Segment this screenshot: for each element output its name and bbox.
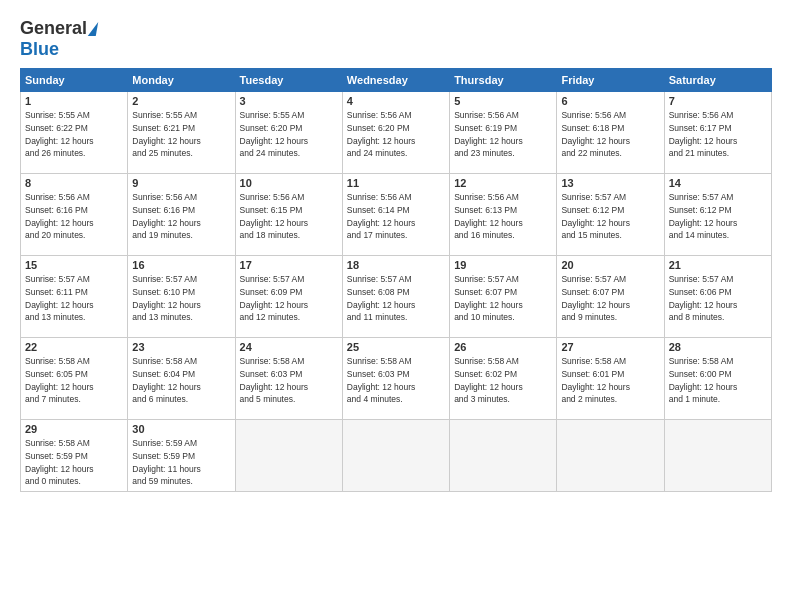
day-info: Sunrise: 5:57 AM Sunset: 6:10 PM Dayligh… [132,273,230,324]
day-number: 16 [132,259,230,271]
day-number: 3 [240,95,338,107]
week-row-2: 8Sunrise: 5:56 AM Sunset: 6:16 PM Daylig… [21,174,772,256]
weekday-header-row: SundayMondayTuesdayWednesdayThursdayFrid… [21,69,772,92]
calendar-cell: 21Sunrise: 5:57 AM Sunset: 6:06 PM Dayli… [664,256,771,338]
logo: General Blue [20,18,97,60]
calendar-cell: 28Sunrise: 5:58 AM Sunset: 6:00 PM Dayli… [664,338,771,420]
day-number: 8 [25,177,123,189]
day-number: 17 [240,259,338,271]
calendar-cell: 18Sunrise: 5:57 AM Sunset: 6:08 PM Dayli… [342,256,449,338]
day-number: 11 [347,177,445,189]
day-number: 12 [454,177,552,189]
day-info: Sunrise: 5:56 AM Sunset: 6:13 PM Dayligh… [454,191,552,242]
calendar-cell: 22Sunrise: 5:58 AM Sunset: 6:05 PM Dayli… [21,338,128,420]
day-info: Sunrise: 5:55 AM Sunset: 6:21 PM Dayligh… [132,109,230,160]
calendar-cell: 29Sunrise: 5:58 AM Sunset: 5:59 PM Dayli… [21,420,128,492]
calendar-cell: 23Sunrise: 5:58 AM Sunset: 6:04 PM Dayli… [128,338,235,420]
day-info: Sunrise: 5:57 AM Sunset: 6:07 PM Dayligh… [454,273,552,324]
calendar-cell: 5Sunrise: 5:56 AM Sunset: 6:19 PM Daylig… [450,92,557,174]
calendar-cell: 10Sunrise: 5:56 AM Sunset: 6:15 PM Dayli… [235,174,342,256]
day-info: Sunrise: 5:56 AM Sunset: 6:16 PM Dayligh… [25,191,123,242]
logo-blue-text: Blue [20,39,59,60]
calendar-cell: 6Sunrise: 5:56 AM Sunset: 6:18 PM Daylig… [557,92,664,174]
week-row-3: 15Sunrise: 5:57 AM Sunset: 6:11 PM Dayli… [21,256,772,338]
day-info: Sunrise: 5:57 AM Sunset: 6:09 PM Dayligh… [240,273,338,324]
week-row-1: 1Sunrise: 5:55 AM Sunset: 6:22 PM Daylig… [21,92,772,174]
calendar-cell: 25Sunrise: 5:58 AM Sunset: 6:03 PM Dayli… [342,338,449,420]
day-info: Sunrise: 5:56 AM Sunset: 6:19 PM Dayligh… [454,109,552,160]
day-number: 10 [240,177,338,189]
day-info: Sunrise: 5:56 AM Sunset: 6:16 PM Dayligh… [132,191,230,242]
calendar-cell: 14Sunrise: 5:57 AM Sunset: 6:12 PM Dayli… [664,174,771,256]
week-row-5: 29Sunrise: 5:58 AM Sunset: 5:59 PM Dayli… [21,420,772,492]
day-number: 23 [132,341,230,353]
day-number: 25 [347,341,445,353]
day-info: Sunrise: 5:56 AM Sunset: 6:14 PM Dayligh… [347,191,445,242]
day-number: 14 [669,177,767,189]
calendar-cell: 3Sunrise: 5:55 AM Sunset: 6:20 PM Daylig… [235,92,342,174]
day-number: 4 [347,95,445,107]
calendar-cell: 20Sunrise: 5:57 AM Sunset: 6:07 PM Dayli… [557,256,664,338]
calendar-cell: 11Sunrise: 5:56 AM Sunset: 6:14 PM Dayli… [342,174,449,256]
day-info: Sunrise: 5:58 AM Sunset: 6:05 PM Dayligh… [25,355,123,406]
calendar-cell [450,420,557,492]
day-number: 28 [669,341,767,353]
day-info: Sunrise: 5:56 AM Sunset: 6:17 PM Dayligh… [669,109,767,160]
day-info: Sunrise: 5:58 AM Sunset: 6:00 PM Dayligh… [669,355,767,406]
day-number: 30 [132,423,230,435]
day-info: Sunrise: 5:57 AM Sunset: 6:11 PM Dayligh… [25,273,123,324]
calendar-cell: 9Sunrise: 5:56 AM Sunset: 6:16 PM Daylig… [128,174,235,256]
day-number: 21 [669,259,767,271]
calendar-cell: 4Sunrise: 5:56 AM Sunset: 6:20 PM Daylig… [342,92,449,174]
day-number: 24 [240,341,338,353]
header: General Blue [20,18,772,60]
day-number: 5 [454,95,552,107]
day-number: 15 [25,259,123,271]
calendar-cell: 1Sunrise: 5:55 AM Sunset: 6:22 PM Daylig… [21,92,128,174]
day-number: 6 [561,95,659,107]
day-number: 29 [25,423,123,435]
day-number: 18 [347,259,445,271]
calendar-cell: 16Sunrise: 5:57 AM Sunset: 6:10 PM Dayli… [128,256,235,338]
day-number: 27 [561,341,659,353]
logo-general-text: General [20,18,87,39]
day-info: Sunrise: 5:56 AM Sunset: 6:18 PM Dayligh… [561,109,659,160]
calendar-cell: 17Sunrise: 5:57 AM Sunset: 6:09 PM Dayli… [235,256,342,338]
day-info: Sunrise: 5:55 AM Sunset: 6:22 PM Dayligh… [25,109,123,160]
day-number: 20 [561,259,659,271]
day-info: Sunrise: 5:58 AM Sunset: 5:59 PM Dayligh… [25,437,123,488]
calendar-cell [342,420,449,492]
calendar-cell: 7Sunrise: 5:56 AM Sunset: 6:17 PM Daylig… [664,92,771,174]
calendar-cell: 15Sunrise: 5:57 AM Sunset: 6:11 PM Dayli… [21,256,128,338]
day-number: 19 [454,259,552,271]
calendar-cell: 27Sunrise: 5:58 AM Sunset: 6:01 PM Dayli… [557,338,664,420]
day-number: 1 [25,95,123,107]
day-info: Sunrise: 5:57 AM Sunset: 6:12 PM Dayligh… [561,191,659,242]
day-number: 22 [25,341,123,353]
weekday-header-tuesday: Tuesday [235,69,342,92]
calendar-cell [235,420,342,492]
calendar-cell [557,420,664,492]
day-info: Sunrise: 5:57 AM Sunset: 6:08 PM Dayligh… [347,273,445,324]
week-row-4: 22Sunrise: 5:58 AM Sunset: 6:05 PM Dayli… [21,338,772,420]
day-info: Sunrise: 5:58 AM Sunset: 6:04 PM Dayligh… [132,355,230,406]
logo-icon [88,22,98,36]
day-info: Sunrise: 5:55 AM Sunset: 6:20 PM Dayligh… [240,109,338,160]
weekday-header-thursday: Thursday [450,69,557,92]
day-number: 2 [132,95,230,107]
day-number: 9 [132,177,230,189]
weekday-header-sunday: Sunday [21,69,128,92]
calendar-cell: 2Sunrise: 5:55 AM Sunset: 6:21 PM Daylig… [128,92,235,174]
calendar-cell: 26Sunrise: 5:58 AM Sunset: 6:02 PM Dayli… [450,338,557,420]
calendar-cell: 30Sunrise: 5:59 AM Sunset: 5:59 PM Dayli… [128,420,235,492]
calendar-cell: 13Sunrise: 5:57 AM Sunset: 6:12 PM Dayli… [557,174,664,256]
day-info: Sunrise: 5:57 AM Sunset: 6:12 PM Dayligh… [669,191,767,242]
day-info: Sunrise: 5:56 AM Sunset: 6:15 PM Dayligh… [240,191,338,242]
day-info: Sunrise: 5:58 AM Sunset: 6:01 PM Dayligh… [561,355,659,406]
calendar-cell: 24Sunrise: 5:58 AM Sunset: 6:03 PM Dayli… [235,338,342,420]
day-info: Sunrise: 5:59 AM Sunset: 5:59 PM Dayligh… [132,437,230,488]
weekday-header-monday: Monday [128,69,235,92]
weekday-header-wednesday: Wednesday [342,69,449,92]
weekday-header-saturday: Saturday [664,69,771,92]
day-info: Sunrise: 5:57 AM Sunset: 6:07 PM Dayligh… [561,273,659,324]
